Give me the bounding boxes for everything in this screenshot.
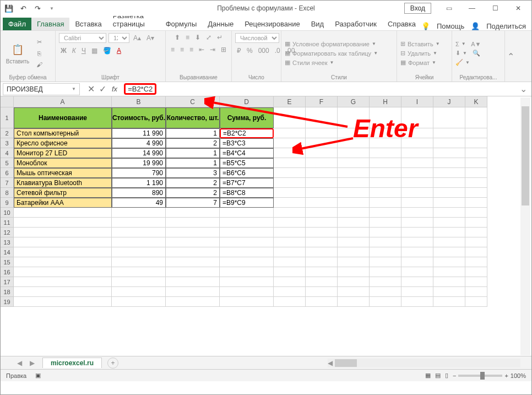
row-header[interactable]: 11 [1, 218, 14, 228]
cell[interactable]: Сетевой фильтр [14, 188, 112, 198]
cell[interactable]: Батарейки AAA [14, 198, 112, 208]
cell[interactable]: 1 [166, 148, 220, 158]
row-header[interactable]: 9 [1, 198, 14, 208]
cell[interactable] [401, 267, 433, 277]
tab-help[interactable]: Справка [382, 18, 421, 30]
row-header[interactable]: 7 [1, 178, 14, 188]
align-middle-icon[interactable]: ≡ [184, 33, 191, 42]
cell[interactable] [433, 188, 465, 198]
cell[interactable] [401, 208, 433, 218]
font-name-select[interactable]: Calibri [59, 33, 106, 43]
cell[interactable] [465, 128, 487, 138]
cell[interactable] [338, 257, 370, 267]
cell[interactable] [433, 287, 465, 297]
increase-decimal-icon[interactable]: .0 [273, 46, 282, 55]
cell[interactable] [338, 158, 370, 168]
vertical-scrollbar[interactable] [520, 98, 530, 355]
cell[interactable] [370, 158, 401, 168]
horizontal-scrollbar[interactable]: ◀ [328, 359, 520, 367]
delete-cells-button[interactable]: ⊟Удалить ▼ [400, 50, 440, 57]
cell[interactable] [338, 297, 370, 307]
copy-icon[interactable]: ⎘ [34, 48, 45, 58]
underline-button[interactable]: Ч [80, 46, 88, 55]
cell[interactable] [465, 228, 487, 237]
cell[interactable] [465, 188, 487, 198]
merge-icon[interactable]: ⊞ [219, 45, 228, 54]
cell[interactable] [370, 148, 401, 158]
macro-record-icon[interactable]: ▣ [35, 372, 41, 379]
cell[interactable] [274, 228, 306, 237]
cell[interactable] [338, 198, 370, 208]
paste-button[interactable]: 📋 Вставить [4, 42, 31, 64]
cell[interactable]: 2 [166, 138, 220, 148]
cell-styles-button[interactable]: ▦Стили ячеек ▼ [285, 59, 378, 66]
cell[interactable] [112, 267, 166, 277]
cell[interactable] [112, 297, 166, 307]
increase-indent-icon[interactable]: ⇥ [208, 45, 217, 54]
cell[interactable] [401, 277, 433, 287]
cell[interactable] [306, 228, 338, 237]
cell[interactable] [370, 198, 401, 208]
cell[interactable] [465, 138, 487, 148]
name-box[interactable]: ПРОИЗВЕД▼ [3, 83, 80, 95]
cell[interactable] [433, 228, 465, 237]
cell[interactable] [433, 237, 465, 247]
cell[interactable] [220, 208, 274, 218]
login-button[interactable]: Вход [404, 3, 431, 14]
wrap-text-icon[interactable]: ↵ [215, 33, 224, 42]
cell[interactable] [112, 228, 166, 237]
cell[interactable] [274, 188, 306, 198]
cell[interactable] [166, 237, 220, 247]
active-cell[interactable]: =B2*C2 [220, 128, 274, 138]
zoom-in-icon[interactable]: + [504, 372, 508, 379]
row-header[interactable]: 4 [1, 148, 14, 158]
cell[interactable] [338, 277, 370, 287]
cell[interactable] [112, 208, 166, 218]
cell[interactable] [14, 208, 112, 218]
number-format-select[interactable]: Числовой [235, 33, 279, 43]
cell[interactable] [338, 287, 370, 297]
cell[interactable] [433, 218, 465, 228]
cell[interactable]: 11 990 [112, 128, 166, 138]
cell[interactable] [274, 107, 306, 128]
cell[interactable] [465, 287, 487, 297]
cell[interactable] [306, 218, 338, 228]
tell-me-icon[interactable]: 💡 [421, 22, 430, 30]
cell[interactable] [112, 257, 166, 267]
column-header[interactable]: A [14, 96, 112, 107]
format-as-table-button[interactable]: ▦Форматировать как таблицу ▼ [285, 50, 378, 57]
cell[interactable]: =B4*C4 [220, 148, 274, 158]
column-header[interactable]: H [370, 96, 401, 107]
cell[interactable] [370, 188, 401, 198]
cell[interactable] [433, 138, 465, 148]
minimize-icon[interactable]: — [461, 2, 483, 14]
cell[interactable]: =B9*C9 [220, 198, 274, 208]
redo-icon[interactable]: ↷ [31, 2, 44, 14]
cell[interactable]: 49 [112, 198, 166, 208]
column-header[interactable]: E [274, 96, 306, 107]
cell[interactable] [306, 107, 338, 128]
column-header[interactable]: I [401, 96, 433, 107]
cell[interactable] [338, 267, 370, 277]
close-icon[interactable]: ✕ [507, 2, 529, 14]
format-painter-icon[interactable]: 🖌 [34, 59, 45, 69]
cell[interactable]: 14 990 [112, 148, 166, 158]
cell[interactable]: 7 [166, 198, 220, 208]
cell[interactable] [14, 247, 112, 257]
cell[interactable] [370, 247, 401, 257]
cell[interactable] [465, 208, 487, 218]
cell[interactable]: =B7*C7 [220, 178, 274, 188]
cell[interactable] [433, 148, 465, 158]
cell[interactable]: Мышь оптическая [14, 168, 112, 178]
cell[interactable]: 19 990 [112, 158, 166, 168]
sheet-tab[interactable]: microexcel.ru [42, 358, 102, 368]
cell[interactable] [306, 237, 338, 247]
cell[interactable]: Клавиатура Bluetooth [14, 178, 112, 188]
cell[interactable] [306, 247, 338, 257]
row-header[interactable]: 1 [1, 107, 14, 128]
maximize-icon[interactable]: ☐ [484, 2, 506, 14]
cell[interactable] [166, 287, 220, 297]
cell[interactable] [465, 277, 487, 287]
cell[interactable]: Монитор 27 LED [14, 148, 112, 158]
qat-customize-icon[interactable]: ▼ [46, 2, 58, 14]
